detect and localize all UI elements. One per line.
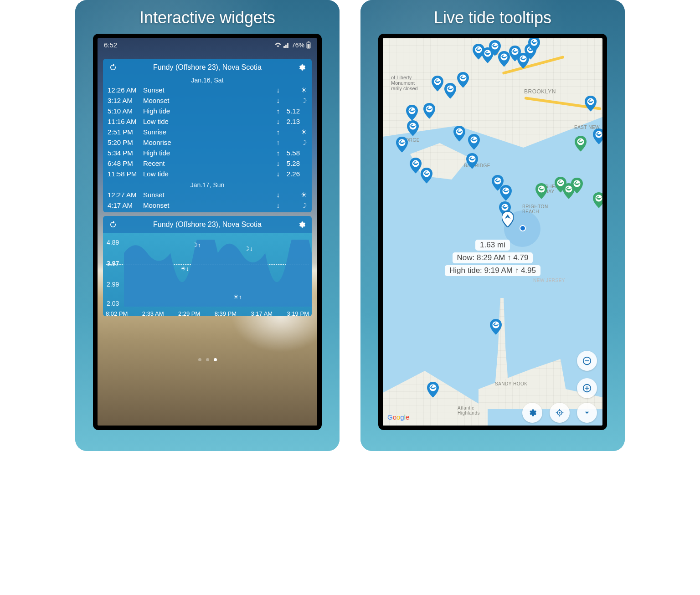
y-current: 3.97: [107, 260, 119, 267]
signal-icon: [283, 42, 290, 48]
svg-rect-40: [587, 386, 587, 390]
tide-row[interactable]: 6:48 PMRecent↓5.28: [108, 158, 307, 169]
gear-icon[interactable]: [296, 219, 307, 230]
tide-marker-blue[interactable]: [444, 83, 456, 98]
moonset-icon: ☽↓: [244, 245, 253, 252]
arrow-icon: ↓: [277, 169, 280, 179]
row-time: 5:20 PM: [108, 137, 143, 148]
tide-marker-selected[interactable]: [502, 211, 514, 227]
row-time: 11:58 PM: [108, 169, 143, 179]
zoom-out-button[interactable]: [577, 351, 597, 371]
status-bar: 6:52 76%: [98, 38, 317, 50]
tide-marker-blue[interactable]: [407, 120, 419, 136]
dropdown-button[interactable]: [577, 403, 597, 423]
row-time: 12:26 AM: [108, 85, 143, 95]
panel-live-tide-tooltips: Live tide tooltips New York BROOKLYN EAS…: [360, 0, 625, 451]
arrow-icon: ↓: [277, 95, 280, 106]
tide-marker-blue[interactable]: [585, 96, 597, 111]
tide-row[interactable]: 12:26 AMSunset↓☀: [108, 85, 307, 95]
tide-marker-green[interactable]: [593, 192, 602, 208]
tide-marker-blue[interactable]: [457, 72, 469, 87]
x-tick: 3:17 AM: [251, 310, 273, 316]
tide-marker-blue[interactable]: [410, 158, 422, 173]
phone-frame-left: 6:52 76% Fundy (Offshore 23), Nova: [93, 34, 322, 430]
moonrise-icon: ☽↑: [192, 241, 201, 248]
x-tick: 2:29 PM: [178, 310, 200, 316]
sun-icon: ☀: [300, 190, 307, 200]
tide-marker-blue[interactable]: [406, 105, 418, 120]
wifi-icon: [274, 42, 282, 48]
tide-marker-blue[interactable]: [528, 38, 540, 52]
battery-percent: 76%: [292, 41, 304, 49]
tide-marker-blue[interactable]: [396, 137, 408, 152]
sunrise-icon: ☀↑: [233, 293, 242, 300]
tide-marker-blue[interactable]: [466, 153, 478, 169]
tide-marker-green[interactable]: [575, 136, 587, 151]
panel-interactive-widgets: Interactive widgets 6:52 76%: [75, 0, 340, 451]
tide-marker-blue[interactable]: [432, 76, 443, 91]
refresh-icon[interactable]: [108, 219, 118, 230]
tide-tooltip[interactable]: 1.63 mi Now: 8:29 AM ↑ 4.79 High tide: 9…: [445, 239, 540, 277]
svg-rect-2: [308, 41, 309, 42]
tide-marker-blue[interactable]: [421, 168, 432, 183]
row-event: Sunrise: [143, 127, 277, 137]
tide-row[interactable]: 12:27 AMSunset↓☀: [108, 190, 307, 200]
pager-dot[interactable]: [214, 358, 217, 361]
tide-row[interactable]: 5:10 AMHigh tide↑5.12: [108, 106, 307, 116]
locate-button[interactable]: [550, 403, 570, 423]
tide-row[interactable]: 2:51 PMSunrise↑☀: [108, 127, 307, 137]
arrow-icon: ↓: [277, 190, 280, 200]
row-event: Low tide: [143, 169, 277, 179]
google-logo: Google: [387, 413, 409, 421]
zoom-in-button[interactable]: [577, 378, 597, 398]
arrow-icon: ↑: [277, 106, 280, 116]
row-value: 5.28: [280, 158, 300, 169]
pager-dot[interactable]: [198, 358, 201, 361]
row-event: Sunset: [143, 85, 277, 95]
tide-row[interactable]: 11:58 PMLow tide↓2.26: [108, 169, 307, 179]
tide-row[interactable]: 3:12 AMMoonset↓☽: [108, 95, 307, 106]
tide-marker-blue[interactable]: [490, 319, 502, 334]
map-label: NEW JERSEY: [533, 278, 565, 283]
page-indicator[interactable]: [98, 358, 317, 361]
tide-row[interactable]: 4:17 AMMoonset↓☽: [108, 200, 307, 210]
refresh-icon[interactable]: [108, 62, 118, 73]
date-header: Jan.17, Sun: [103, 181, 312, 190]
row-time: 4:17 AM: [108, 200, 143, 210]
sun-icon: ☀: [300, 85, 307, 95]
tide-marker-blue[interactable]: [500, 185, 512, 200]
map-view[interactable]: New York BROOKLYN EAST NEW BAY RIDGE SHE…: [383, 38, 602, 426]
tide-marker-blue[interactable]: [498, 51, 510, 67]
pager-dot[interactable]: [206, 358, 209, 361]
tide-row[interactable]: 5:34 PMHigh tide↑5.58: [108, 148, 307, 158]
gear-icon[interactable]: [296, 62, 307, 73]
my-location-dot: [520, 225, 526, 231]
tide-marker-blue[interactable]: [593, 128, 602, 144]
tide-marker-green[interactable]: [535, 183, 547, 199]
sunset-icon: ☀↓: [180, 265, 189, 272]
clock: 6:52: [104, 41, 117, 49]
tide-row[interactable]: 11:16 AMLow tide↓2.13: [108, 116, 307, 127]
tide-marker-green[interactable]: [571, 178, 583, 193]
tide-list-widget[interactable]: Fundy (Offshore 23), Nova Scotia Jan.16,…: [103, 59, 312, 212]
tide-marker-blue[interactable]: [468, 134, 480, 149]
moon-icon: ☽: [300, 95, 307, 106]
sun-icon: ☀: [300, 127, 307, 137]
tide-row[interactable]: 5:20 PMMoonrise↑☽: [108, 137, 307, 148]
row-value: 5.12: [280, 106, 300, 116]
row-event: Sunset: [143, 190, 277, 200]
row-event: High tide: [143, 148, 277, 158]
x-axis: 8:02 PM 2:33 AM 2:29 PM 8:39 PM 3:17 AM …: [103, 310, 312, 316]
tide-marker-blue[interactable]: [423, 103, 435, 118]
tide-marker-blue[interactable]: [453, 126, 465, 141]
tide-marker-blue[interactable]: [427, 382, 439, 397]
x-tick: 3:19 PM: [287, 310, 309, 316]
settings-button[interactable]: [522, 403, 542, 423]
x-tick: 2:33 AM: [142, 310, 164, 316]
arrow-icon: ↓: [277, 85, 280, 95]
arrow-icon: ↓: [277, 116, 280, 127]
tide-chart-widget[interactable]: Fundy (Offshore 23), Nova Scotia 4.89 3.…: [103, 216, 312, 316]
row-time: 5:10 AM: [108, 106, 143, 116]
widget-location: Fundy (Offshore 23), Nova Scotia: [118, 63, 296, 72]
arrow-icon: ↓: [277, 200, 280, 210]
